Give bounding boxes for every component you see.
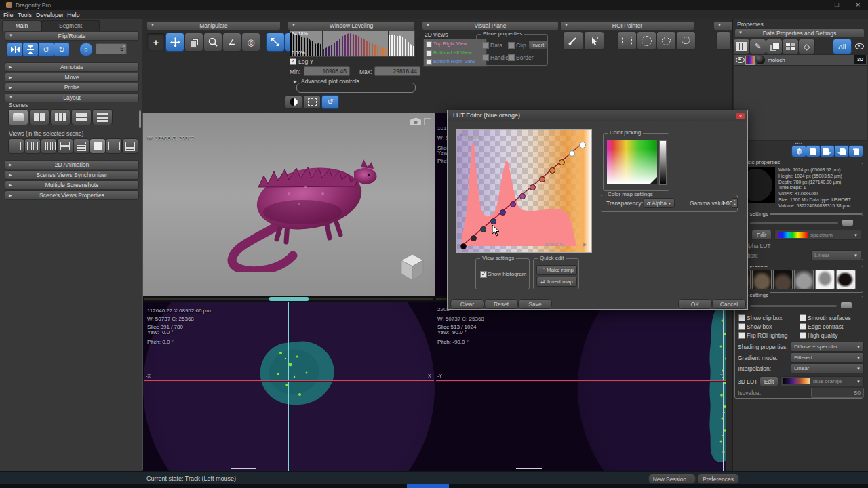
chevron-down-icon[interactable]: ▼ (564, 23, 568, 27)
crosshair-vertical[interactable] (723, 302, 724, 471)
curve-point[interactable] (519, 193, 526, 199)
viewport-3d[interactable]: W: 18908 G: 20362 (143, 113, 435, 296)
view-layout-2col-button[interactable] (24, 138, 41, 154)
panel-header-2d-animation[interactable]: ▶ 2D Animation (5, 160, 139, 169)
panel-header-manipulate[interactable]: ▼ Manipulate (146, 21, 281, 30)
roi-circle-select-button[interactable] (637, 31, 656, 50)
roi-box-button[interactable] (791, 145, 806, 157)
preset-thumbnail[interactable] (794, 270, 814, 289)
chevron-right-icon[interactable]: ▶ (9, 64, 12, 69)
invert-map-button[interactable]: ⇄ Invert map (536, 277, 577, 287)
visibility-all-button[interactable] (852, 39, 867, 54)
viewport-bottom-left[interactable]: 112640.22 X 68952.66 µm W: 50737 C: 2536… (143, 302, 435, 471)
max-input[interactable]: 29816.44 (374, 66, 420, 76)
ok-button[interactable]: OK (678, 299, 712, 309)
scene-layout-2row-button[interactable] (71, 109, 92, 125)
value-bar[interactable] (659, 140, 667, 185)
center-target-tool-button[interactable]: ◎ (241, 33, 260, 52)
partial-tool-button[interactable] (716, 31, 731, 50)
viewport-divider[interactable] (435, 113, 435, 471)
view-layout-3row-button[interactable] (73, 138, 90, 154)
show-clip-box-checkbox[interactable] (738, 314, 745, 321)
list-item-top-right-view[interactable]: Top Right View (433, 41, 467, 47)
curve-point[interactable] (500, 209, 506, 216)
slice-slider-handle[interactable] (269, 297, 309, 301)
view-layout-2row-button[interactable] (57, 138, 73, 154)
angle-measure-tool-button[interactable]: ∠ (222, 33, 241, 52)
new-document-button[interactable] (806, 145, 821, 157)
2d-interpolation-dropdown[interactable]: Linear ▼ (811, 250, 861, 260)
advanced-expander-arrow[interactable]: ▶ (294, 79, 297, 83)
panel-header-visual-plane[interactable]: ▼ Visual Plane (422, 21, 559, 30)
scene-layout-3row-button[interactable] (92, 109, 113, 125)
panel-header-scenes-sync[interactable]: ▶ Scenes Views Synchronizer (5, 170, 139, 180)
view-checkbox[interactable] (426, 50, 432, 56)
crosshair-horizontal-right[interactable] (436, 380, 726, 381)
panel-header-data-properties[interactable]: ▼ Data Properties and Settings (734, 28, 865, 38)
layers-grid-button[interactable] (782, 39, 799, 54)
list-item-bottom-left-view[interactable]: Bottom Left View (433, 49, 472, 56)
panel-header-probe[interactable]: ▶ Probe (5, 83, 139, 92)
dialog-resize-grip[interactable]: ⋮ (743, 219, 748, 225)
alpha-mode-button[interactable]: α Alpha ▼ (644, 198, 675, 208)
chevron-down-icon[interactable]: ▼ (9, 95, 13, 99)
preset-thumbnail[interactable] (815, 270, 835, 289)
minimize-icon[interactable]: – (814, 1, 818, 8)
panel-header-scene-views-properties[interactable]: ▶ Scene's Views Properties (5, 190, 139, 200)
clip-checkbox[interactable] (508, 42, 515, 49)
layers-button[interactable] (766, 39, 783, 54)
moloch-3d-render[interactable] (201, 136, 384, 272)
invert-button[interactable]: Invert (528, 40, 547, 49)
show-histogram-checkbox[interactable]: ✓ (480, 271, 487, 278)
chevron-right-icon[interactable]: ▶ (9, 172, 12, 177)
view-layout-sidebar-button[interactable] (106, 138, 122, 154)
scene-layout-3col-button[interactable] (50, 109, 71, 125)
import-document-button[interactable] (834, 145, 849, 157)
edge-contrast-checkbox[interactable] (800, 323, 806, 330)
opacity-slider-track[interactable] (750, 222, 838, 224)
make-ramp-button[interactable]: ⋰ Make ramp (536, 265, 577, 275)
leveling-divider-left[interactable] (322, 30, 323, 56)
curve-point[interactable] (579, 142, 586, 148)
menu-tools[interactable]: Tools (18, 12, 32, 18)
flip-roi-lighting-checkbox[interactable] (738, 332, 745, 339)
dataset-list-empty[interactable] (733, 65, 867, 141)
tab-segment[interactable]: Segment (41, 20, 100, 30)
curve-point[interactable] (490, 218, 496, 224)
chevron-right-icon[interactable]: ▶ (9, 75, 12, 79)
preview-sphere[interactable] (755, 55, 765, 64)
curve-point[interactable] (471, 235, 477, 241)
di amond-view-button[interactable]: ◇ (798, 39, 815, 54)
preset-thumbnail[interactable] (773, 270, 793, 289)
menu-file[interactable]: File (3, 12, 14, 18)
flip-horizontal-button[interactable] (7, 42, 23, 57)
hue-saturation-square[interactable] (607, 140, 657, 184)
chevron-right-icon[interactable]: ▶ (9, 85, 12, 89)
shading-dropdown[interactable]: Diffuse + specular ▼ (791, 342, 864, 352)
chevron-down-icon[interactable]: ▼ (292, 23, 296, 27)
pan-tool-button[interactable] (165, 33, 184, 52)
all-filter-button[interactable]: All (833, 39, 852, 54)
snapshot-camera-icon[interactable] (410, 118, 421, 125)
dataset-row[interactable]: moloch 3D (733, 54, 867, 66)
edit-3d-lut-button[interactable]: Edit (760, 376, 778, 386)
roi-lasso-select-button[interactable] (676, 31, 696, 50)
view-checkbox[interactable] (426, 59, 432, 65)
chevron-down-icon[interactable]: ▼ (426, 23, 430, 27)
rotate-right-button[interactable]: ↻ (54, 42, 70, 57)
leveling-divider-right[interactable] (388, 30, 389, 56)
chevron-right-icon[interactable]: ▶ (9, 162, 12, 167)
panel-header-window-leveling[interactable]: ▼ Window Leveling (288, 21, 415, 30)
view-layout-strip-button[interactable] (122, 138, 138, 154)
opacity-slider-handle[interactable] (841, 302, 852, 308)
curve-point[interactable] (530, 184, 536, 190)
preferences-button[interactable]: Preferences (697, 474, 739, 484)
flip-vertical-button[interactable] (22, 42, 39, 57)
high-quality-checkbox[interactable] (800, 332, 806, 339)
curve-point[interactable] (460, 243, 467, 249)
export-document-button[interactable] (820, 145, 835, 157)
chevron-down-icon[interactable]: ▼ (151, 23, 155, 27)
3d-interpolation-dropdown[interactable]: Linear ▼ (791, 363, 864, 373)
list-item-bottom-right-view[interactable]: Bottom Right View (433, 58, 475, 64)
scene-layout-2col-button[interactable] (29, 109, 50, 125)
